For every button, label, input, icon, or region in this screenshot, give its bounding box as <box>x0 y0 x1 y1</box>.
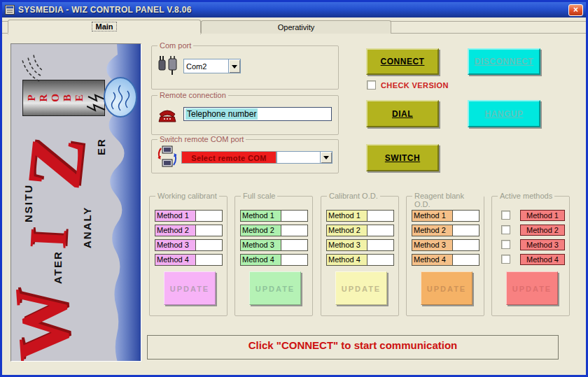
active-method-label: Method 4 <box>520 254 565 265</box>
method-label: Method 1 <box>412 211 453 221</box>
update-button[interactable]: UPDATE <box>249 271 301 305</box>
banner-word-nsitu: NSITU <box>22 184 34 222</box>
wiz-banner: W I Z ATER NSITU ANALY ER PROBE <box>10 43 141 362</box>
method-label: Method 2 <box>241 225 281 236</box>
method-value-input[interactable] <box>196 225 222 236</box>
telephone-number-input[interactable]: Telephone number <box>183 107 332 121</box>
method-group-label: Calibrant O.D. <box>327 192 380 200</box>
update-button[interactable]: UPDATE <box>335 271 387 305</box>
method-label: Method 1 <box>241 211 281 221</box>
method-value-input[interactable] <box>196 240 222 250</box>
check-version-checkbox[interactable] <box>367 80 376 90</box>
banner-letter-i: I <box>20 227 74 250</box>
method-row: Method 3 <box>326 239 394 251</box>
active-method-checkbox[interactable] <box>501 225 510 234</box>
method-group-label: Full scale <box>241 192 277 200</box>
telephone-icon <box>157 106 178 122</box>
method-label: Method 4 <box>412 255 453 265</box>
active-method-label: Method 3 <box>520 239 565 250</box>
method-value-input[interactable] <box>281 225 307 236</box>
com-port-group-label: Com port <box>158 41 193 50</box>
telephone-number-value: Telephone number <box>186 108 258 120</box>
check-version-label: CHECK VERSION <box>381 81 449 90</box>
title-bar: SYSMEDIA - WIZ CONTROL PANEL V.8.06 × <box>2 2 586 17</box>
method-row: Method 3 <box>155 239 223 251</box>
select-remote-com-label: Select remote COM <box>181 151 276 164</box>
close-button[interactable]: × <box>568 4 583 16</box>
method-group-label: Reagent blank O.D. <box>412 192 484 208</box>
method-row: Method 3 <box>240 239 308 251</box>
method-row: Method 4 <box>326 254 394 266</box>
method-group-2: Full scaleMethod 1Method 2Method 3Method… <box>234 196 313 316</box>
banner-word-ater: ATER <box>52 250 64 284</box>
tab-basemask <box>8 33 201 34</box>
tab-operativity[interactable]: Operativity <box>201 20 391 34</box>
method-value-input[interactable] <box>196 211 222 221</box>
banner-word-er: ER <box>95 138 107 155</box>
wiz-banner-art: W I Z ATER NSITU ANALY ER PROBE <box>11 44 141 362</box>
method-label: Method 1 <box>155 211 196 221</box>
app-icon <box>5 5 15 15</box>
method-value-input[interactable] <box>368 211 393 221</box>
method-row: Method 4 <box>155 254 223 266</box>
method-row: Method 1 <box>326 210 394 222</box>
method-group-label: Working calibrant <box>155 192 219 200</box>
method-row: Method 4 <box>240 254 308 266</box>
tab-main-label: Main <box>92 22 115 31</box>
dial-button[interactable]: DIAL <box>366 100 439 127</box>
com-port-group: Com port Com2 <box>151 45 339 90</box>
active-method-checkbox[interactable] <box>501 211 510 220</box>
remote-com-dropdown-arrow[interactable] <box>320 152 332 163</box>
update-button[interactable]: UPDATE <box>164 271 216 305</box>
probe-letter: R <box>38 94 50 102</box>
method-value-input[interactable] <box>453 225 479 236</box>
method-value-input[interactable] <box>196 255 222 265</box>
bubble-squiggles <box>104 77 137 118</box>
method-label: Method 1 <box>327 211 368 221</box>
status-box: Click "CONNECT" to start communication <box>147 335 559 360</box>
switch-button[interactable]: SWITCH <box>366 144 439 171</box>
active-method-checkbox[interactable] <box>501 240 510 249</box>
switch-remote-com-group: Switch remote COM port Select remote COM <box>151 139 339 173</box>
active-method-checkbox[interactable] <box>501 255 510 264</box>
remote-com-select[interactable] <box>276 151 332 164</box>
method-label: Method 2 <box>155 225 196 236</box>
method-value-input[interactable] <box>368 240 393 250</box>
update-button[interactable]: UPDATE <box>506 271 558 305</box>
method-row: Method 2 <box>155 225 223 236</box>
disconnect-button[interactable]: DISCONNECT <box>468 48 540 75</box>
computers-switch-icon <box>157 145 178 169</box>
com-port-select[interactable]: Com2 <box>183 59 241 73</box>
method-label: Method 4 <box>241 255 281 265</box>
method-value-input[interactable] <box>368 255 393 265</box>
method-row: Method 2 <box>240 225 308 236</box>
method-group-4: Reagent blank O.D.Method 1Method 2Method… <box>406 196 484 316</box>
active-method-label: Method 2 <box>520 225 565 236</box>
hangup-button[interactable]: HANGUP <box>468 100 540 127</box>
method-group-1: Working calibrantMethod 1Method 2Method … <box>149 196 227 316</box>
method-row: Method 3 <box>412 239 479 251</box>
tab-main[interactable]: Main <box>8 20 201 34</box>
banner-word-analy: ANALY <box>81 206 93 248</box>
com-plug-icon <box>158 55 180 76</box>
update-button[interactable]: UPDATE <box>421 271 472 305</box>
method-label: Method 2 <box>412 225 453 236</box>
remote-connection-group-label: Remote connection <box>158 91 228 99</box>
method-value-input[interactable] <box>281 240 307 250</box>
active-method-label: Method 1 <box>520 210 565 221</box>
method-row: Method 1 <box>240 210 308 222</box>
tab-operativity-label: Operativity <box>278 23 315 31</box>
probe-letter: O <box>50 94 62 102</box>
method-label: Method 3 <box>327 240 368 250</box>
method-value-input[interactable] <box>368 225 393 236</box>
method-value-input[interactable] <box>453 255 479 265</box>
method-value-input[interactable] <box>281 255 307 265</box>
connect-button[interactable]: CONNECT <box>366 48 439 75</box>
probe-letter: B <box>62 94 74 101</box>
remote-connection-group: Remote connection Telephone number <box>151 95 339 135</box>
method-row: Method 1 <box>155 210 223 222</box>
method-value-input[interactable] <box>453 211 479 221</box>
method-value-input[interactable] <box>281 211 307 221</box>
com-port-dropdown-arrow[interactable] <box>228 59 240 73</box>
method-value-input[interactable] <box>453 240 479 250</box>
